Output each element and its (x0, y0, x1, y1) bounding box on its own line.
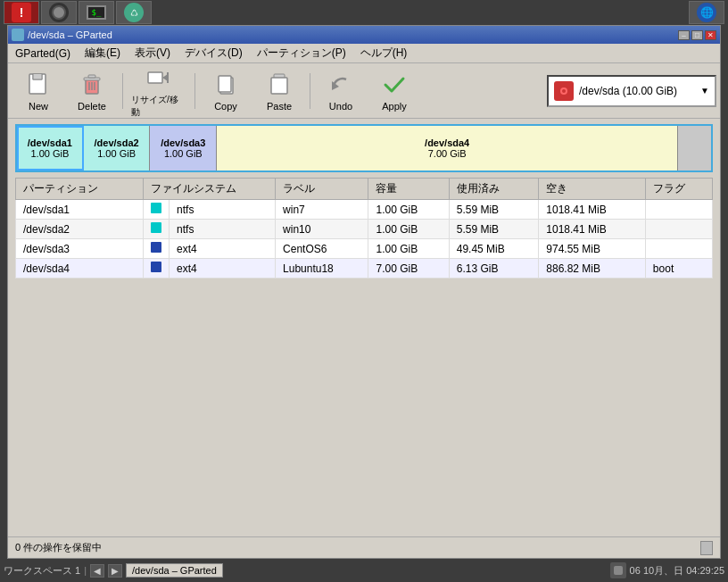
table-row[interactable]: /dev/sda4 ext4 Lubuntu18 7.00 GiB 6.13 G… (16, 259, 713, 279)
partition-seg-sda4[interactable]: /dev/sda4 7.00 GiB (217, 126, 678, 170)
menu-help[interactable]: ヘルプ(H) (353, 44, 415, 62)
status-scrollbar[interactable] (700, 541, 713, 555)
status-text: 0 件の操作を保留中 (15, 541, 102, 554)
col-filesystem: ファイルシステム (144, 179, 276, 200)
partition-seg-sda2[interactable]: /dev/sda2 1.00 GiB (84, 126, 151, 170)
device-disk-icon (554, 81, 574, 101)
cell-partition: /dev/sda4 (16, 259, 144, 279)
copy-label: Copy (214, 101, 237, 112)
toolbar-sep-2 (194, 73, 195, 109)
next-workspace-button[interactable]: ▶ (108, 564, 122, 578)
dropdown-arrow-icon: ▼ (700, 86, 709, 96)
new-label: New (29, 101, 48, 112)
app-icon-globe[interactable]: 🌐 (689, 1, 724, 24)
copy-button[interactable]: Copy (199, 67, 252, 115)
menu-partition[interactable]: パーティション(P) (250, 44, 353, 62)
undo-button[interactable]: Undo (314, 67, 368, 115)
new-button[interactable]: New (12, 67, 65, 115)
table-row[interactable]: /dev/sda1 ntfs win7 1.00 GiB 5.59 MiB 10… (16, 200, 713, 220)
col-flags: フラグ (645, 179, 712, 200)
cell-fs-dot (144, 259, 170, 279)
system-tray-icon[interactable] (610, 562, 626, 578)
col-label: ラベル (276, 179, 368, 200)
apply-label: Apply (382, 101, 407, 112)
cell-flags (645, 220, 712, 239)
menu-gparted[interactable]: GParted(G) (8, 46, 78, 62)
col-free: 空き (539, 179, 646, 200)
copy-icon (211, 71, 240, 99)
col-used: 使用済み (449, 179, 539, 200)
cell-used: 5.59 MiB (449, 200, 539, 220)
clock: 06 10月、日 04:29:25 (630, 564, 724, 578)
app-icon-2[interactable] (41, 1, 77, 24)
cell-label: CentOS6 (276, 239, 368, 259)
cell-size: 1.00 GiB (368, 239, 449, 259)
cell-label: win7 (276, 200, 368, 220)
maximize-button[interactable]: □ (691, 30, 703, 40)
delete-button[interactable]: Delete (65, 67, 119, 115)
cell-free: 886.82 MiB (539, 259, 646, 279)
cell-fs: ntfs (170, 200, 276, 220)
svg-rect-14 (271, 78, 287, 94)
menu-edit[interactable]: 編集(E) (78, 44, 128, 62)
cell-flags (645, 239, 712, 259)
cell-fs-dot (144, 239, 170, 259)
separator-icon: | (84, 565, 87, 576)
window-title-icon (12, 29, 24, 41)
delete-label: Delete (78, 101, 106, 112)
close-button[interactable]: ✕ (705, 30, 716, 40)
apply-icon (380, 71, 409, 99)
cell-used: 49.45 MiB (449, 239, 539, 259)
cell-partition: /dev/sda2 (16, 220, 144, 239)
app-icon-1[interactable]: ! (4, 1, 39, 24)
paste-icon (265, 71, 294, 99)
svg-rect-12 (219, 76, 231, 92)
cell-partition: /dev/sda3 (16, 239, 144, 259)
col-size: 容量 (368, 179, 449, 200)
undo-icon (327, 71, 355, 99)
paste-button[interactable]: Paste (252, 67, 306, 115)
cell-used: 5.59 MiB (449, 220, 539, 239)
status-bar: 0 件の操作を保留中 (8, 536, 720, 558)
cell-free: 1018.41 MiB (539, 200, 646, 220)
cell-size: 1.00 GiB (368, 220, 449, 239)
cell-fs-dot (144, 220, 170, 239)
toolbar-sep-3 (310, 73, 310, 109)
cell-label: win10 (276, 220, 368, 239)
partition-seg-sda3[interactable]: /dev/sda3 1.00 GiB (150, 126, 217, 170)
app-icon-3[interactable]: $_ (79, 1, 114, 24)
cell-size: 7.00 GiB (368, 259, 449, 279)
cell-fs: ntfs (170, 220, 276, 239)
window-title-bar: /dev/sda – GParted – □ ✕ (8, 26, 720, 44)
partition-table: パーティション ファイルシステム ラベル 容量 使用済み 空き フラグ /dev… (15, 178, 713, 279)
partition-seg-unalloc[interactable] (678, 126, 711, 170)
col-partition: パーティション (16, 179, 144, 200)
paste-label: Paste (267, 101, 292, 112)
svg-point-18 (562, 89, 566, 93)
new-icon (24, 71, 53, 99)
app-icon-4[interactable]: ♺ (116, 1, 152, 24)
active-window-button[interactable]: /dev/sda – GParted (126, 563, 223, 578)
cell-flags (645, 200, 712, 220)
workspace-label: ワークスペース 1 (4, 564, 80, 578)
minimize-button[interactable]: – (678, 30, 690, 40)
resize-button[interactable]: リサイズ/移動 (127, 67, 191, 115)
partition-seg-sda1[interactable]: /dev/sda1 1.00 GiB (17, 126, 84, 170)
device-selector-label: /dev/sda (10.00 GiB) (579, 85, 677, 97)
svg-rect-8 (148, 72, 162, 83)
device-selector[interactable]: /dev/sda (10.00 GiB) ▼ (547, 75, 716, 107)
prev-workspace-button[interactable]: ◀ (90, 564, 104, 578)
cell-label: Lubuntu18 (276, 259, 368, 279)
menu-device[interactable]: デバイス(D) (178, 44, 250, 62)
cell-fs-dot (144, 200, 170, 220)
cell-fs: ext4 (170, 239, 276, 259)
menu-view[interactable]: 表示(V) (128, 44, 178, 62)
svg-rect-19 (614, 566, 623, 575)
cell-fs: ext4 (170, 259, 276, 279)
table-row[interactable]: /dev/sda3 ext4 CentOS6 1.00 GiB 49.45 Mi… (16, 239, 713, 259)
menu-bar: GParted(G) 編集(E) 表示(V) デバイス(D) パーティション(P… (8, 44, 720, 63)
toolbar-sep-1 (122, 73, 123, 109)
apply-button[interactable]: Apply (368, 67, 421, 115)
resize-label: リサイズ/移動 (131, 94, 186, 119)
table-row[interactable]: /dev/sda2 ntfs win10 1.00 GiB 5.59 MiB 1… (16, 220, 713, 239)
